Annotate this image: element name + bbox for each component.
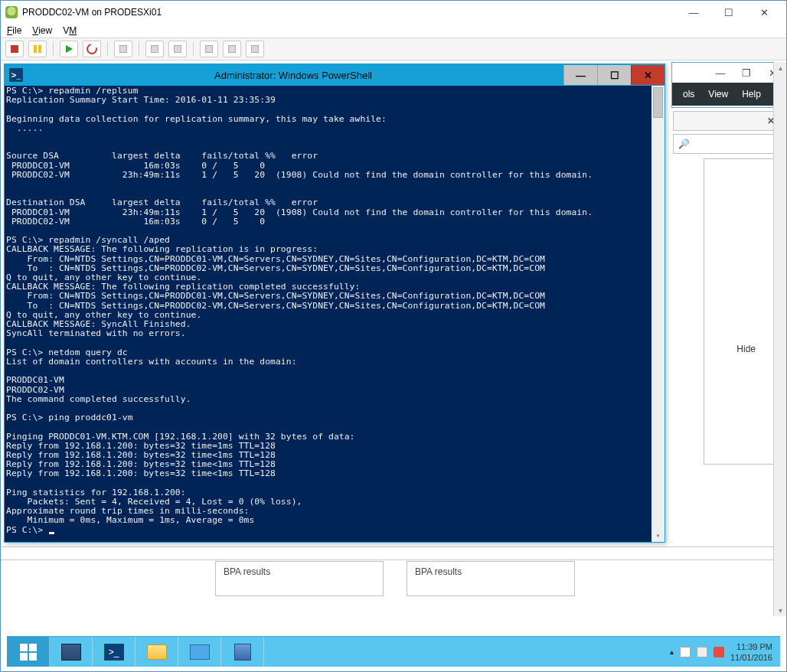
vsphere-titlebar[interactable]: PRODDC02-VM on PRODESXi01 — ☐ ✕ (1, 1, 786, 24)
ps-vertical-scrollbar[interactable] (651, 86, 665, 542)
vm-tool-2[interactable] (168, 41, 187, 57)
vsphere-maximize-button[interactable]: ☐ (711, 2, 746, 23)
ps-maximize-button[interactable]: ☐ (597, 65, 631, 85)
stack-icon (234, 644, 251, 661)
task-powershell[interactable]: >_ (93, 637, 136, 667)
sm-content-panel (704, 158, 780, 465)
sm-divider (1, 546, 786, 560)
action-center-icon[interactable] (680, 647, 691, 657)
vm-tool-4[interactable] (223, 41, 241, 57)
ps-scrollbar-thumb[interactable] (653, 87, 663, 118)
toolbar-separator (53, 41, 54, 57)
vsphere-window: PRODDC02-VM on PRODESXi01 — ☐ ✕ File Vie… (0, 0, 787, 672)
task-app-1[interactable] (178, 637, 221, 667)
guest-taskbar: >_ ▴ 11:39 PM 11/01/2016 (7, 636, 780, 667)
vm-play-button[interactable] (60, 41, 78, 57)
vm-tool-5[interactable] (246, 41, 264, 57)
ps-minimize-button[interactable]: — (563, 65, 597, 85)
toolbar-separator (193, 41, 194, 57)
vsphere-toolbar (1, 38, 786, 60)
sm-search-box[interactable]: 🔎 (673, 134, 780, 154)
start-button[interactable] (7, 637, 50, 667)
vm-restart-button[interactable] (83, 41, 101, 57)
powershell-title: Administrator: Windows PowerShell (23, 70, 563, 81)
vm-tool-1[interactable] (145, 41, 164, 57)
taskbar-clock[interactable]: 11:39 PM 11/01/2016 (730, 641, 772, 663)
powershell-icon: >_ (9, 68, 23, 82)
vm-snapshot-button[interactable] (114, 41, 132, 57)
sm-hide-link[interactable]: Hide (736, 344, 756, 354)
vm-tool-3[interactable] (200, 41, 218, 57)
task-file-explorer[interactable] (136, 637, 178, 667)
vsphere-menubar: File View VM (1, 24, 786, 38)
sm-task-close-button[interactable]: ✕ (673, 111, 780, 131)
powershell-titlebar[interactable]: >_ Administrator: Windows PowerShell — ☐… (5, 64, 665, 86)
server-manager-icon (61, 644, 81, 661)
network-icon[interactable] (697, 647, 707, 657)
menu-view[interactable]: View (32, 25, 52, 36)
sm-menu-tools[interactable]: ols (683, 89, 694, 99)
search-icon: 🔎 (678, 139, 690, 149)
vsphere-app-icon (5, 6, 18, 18)
monitor-icon (190, 644, 210, 660)
windows-logo-icon (20, 644, 37, 661)
toolbar-separator (107, 41, 108, 57)
taskbar-date: 11/01/2016 (730, 652, 772, 663)
folder-icon (147, 644, 167, 660)
server-manager-window-fragment: — ❐ ✕ ols View Help (671, 62, 786, 108)
taskbar-time: 11:39 PM (730, 641, 772, 652)
toolbar-separator (139, 41, 139, 57)
task-server-manager[interactable] (50, 637, 93, 667)
bpa-results-right[interactable]: BPA results (407, 561, 575, 596)
terminal-cursor (49, 532, 54, 534)
powershell-task-icon: >_ (104, 644, 124, 661)
task-app-2[interactable] (221, 637, 264, 667)
sm-menu-view[interactable]: View (708, 89, 728, 99)
vsphere-minimize-button[interactable]: — (676, 2, 711, 23)
powershell-terminal[interactable]: PS C:\> repadmin /replsum Replication Su… (5, 86, 665, 542)
vm-pause-button[interactable] (28, 41, 47, 57)
sm-maximize-button[interactable]: ❐ (733, 64, 759, 82)
menu-file[interactable]: File (7, 25, 21, 36)
sm-minimize-button[interactable]: — (707, 64, 733, 82)
tray-overflow-button[interactable]: ▴ (670, 648, 674, 656)
sm-vertical-scrollbar[interactable] (773, 62, 786, 616)
powershell-window: >_ Administrator: Windows PowerShell — ☐… (4, 64, 665, 543)
powershell-output: PS C:\> repadmin /replsum Replication Su… (6, 86, 593, 535)
bpa-results-left[interactable]: BPA results (215, 561, 384, 596)
menu-vm[interactable]: VM (63, 25, 77, 36)
ps-close-button[interactable]: ✕ (631, 65, 665, 85)
vm-stop-button[interactable] (5, 41, 24, 57)
volume-muted-icon[interactable] (714, 647, 724, 657)
vsphere-title: PRODDC02-VM on PRODESXi01 (22, 7, 162, 18)
vsphere-close-button[interactable]: ✕ (746, 2, 782, 23)
guest-desktop: — ❐ ✕ ols View Help ✕ 🔎 Hide BPA results… (1, 60, 786, 671)
sm-menu-help[interactable]: Help (742, 89, 761, 99)
